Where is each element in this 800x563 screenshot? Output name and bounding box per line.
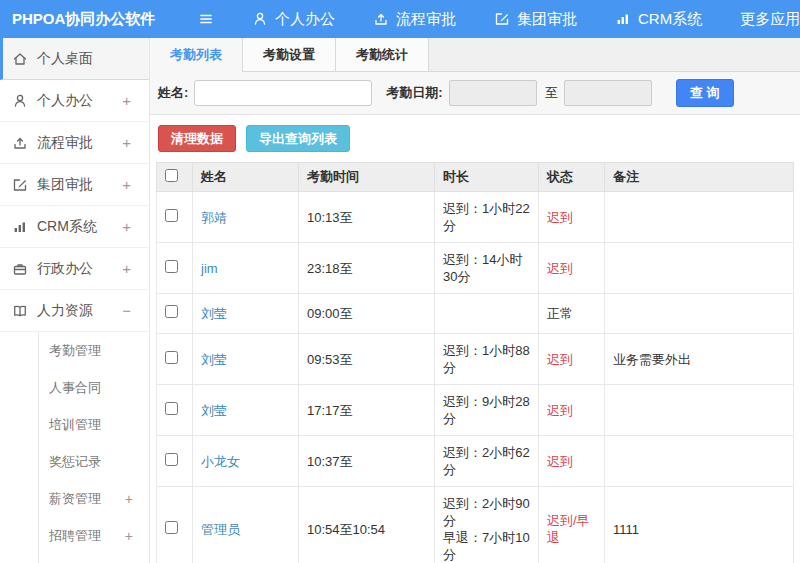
home-icon — [12, 51, 28, 67]
expand-plus-icon[interactable]: + — [122, 92, 131, 109]
chart-icon — [12, 219, 28, 235]
column-header-考勤时间: 考勤时间 — [299, 163, 435, 192]
name-input[interactable] — [194, 80, 372, 106]
menu-toggle-button[interactable] — [198, 11, 214, 27]
sidebar-item-集团审批[interactable]: 集团审批+ — [0, 164, 149, 206]
column-header-姓名: 姓名 — [193, 163, 299, 192]
nav-item-个人办公[interactable]: 个人办公 — [252, 10, 335, 29]
sidebar-item-行政办公[interactable]: 行政办公+ — [0, 248, 149, 290]
select-all-checkbox[interactable] — [165, 169, 178, 182]
employee-name-link[interactable]: 管理员 — [201, 522, 240, 537]
duration: 迟到：14小时30分 — [435, 243, 539, 294]
employee-name-link[interactable]: 刘莹 — [201, 306, 227, 321]
sidebar-subitem-培训管理[interactable]: 培训管理 — [39, 406, 149, 443]
top-nav: 个人办公流程审批集团审批CRM系统更多应用 — [214, 10, 800, 29]
note — [605, 385, 794, 436]
attendance-time: 09:53至 — [299, 334, 435, 385]
row-checkbox[interactable] — [165, 305, 178, 318]
row-checkbox[interactable] — [165, 209, 178, 222]
workflow-icon — [12, 135, 28, 151]
note — [605, 436, 794, 487]
sidebar-item-个人桌面[interactable]: 个人桌面 — [0, 38, 149, 80]
status-label: 正常 — [539, 294, 605, 334]
expand-plus-icon[interactable]: + — [125, 528, 133, 544]
sidebar-item-CRM系统[interactable]: CRM系统+ — [0, 206, 149, 248]
status-label: 迟到 — [539, 192, 605, 243]
tab-考勤列表[interactable]: 考勤列表 — [150, 38, 243, 72]
clean-data-button[interactable]: 清理数据 — [158, 125, 236, 152]
name-label: 姓名: — [158, 84, 188, 102]
sidebar-item-label: 个人桌面 — [37, 50, 93, 68]
book-icon — [12, 303, 28, 319]
date-label: 考勤日期: — [386, 84, 442, 102]
row-checkbox[interactable] — [165, 453, 178, 466]
date-start-input[interactable] — [449, 80, 537, 106]
column-header-备注: 备注 — [605, 163, 794, 192]
to-label: 至 — [545, 84, 558, 102]
sidebar-subitem-label: 招聘管理 — [49, 527, 101, 545]
attendance-time: 10:13至 — [299, 192, 435, 243]
nav-item-label: CRM系统 — [638, 10, 702, 29]
briefcase-icon — [12, 261, 28, 277]
tab-考勤设置[interactable]: 考勤设置 — [243, 38, 336, 71]
expand-plus-icon[interactable]: + — [125, 491, 133, 507]
sidebar-subitem-奖惩记录[interactable]: 奖惩记录 — [39, 443, 149, 480]
employee-name-link[interactable]: 刘莹 — [201, 352, 227, 367]
export-list-button[interactable]: 导出查询列表 — [246, 125, 350, 152]
top-bar: PHPOA协同办公软件 个人办公流程审批集团审批CRM系统更多应用 — [0, 0, 800, 38]
duration — [435, 294, 539, 334]
sidebar-item-个人办公[interactable]: 个人办公+ — [0, 80, 149, 122]
sidebar-item-label: 行政办公 — [37, 260, 93, 278]
employee-name-link[interactable]: jim — [201, 261, 218, 276]
nav-item-流程审批[interactable]: 流程审批 — [373, 10, 456, 29]
attendance-time: 10:37至 — [299, 436, 435, 487]
row-checkbox[interactable] — [165, 402, 178, 415]
workflow-icon — [373, 11, 389, 27]
expand-plus-icon[interactable]: + — [122, 218, 131, 235]
sidebar-subitem-薪资管理[interactable]: 薪资管理+ — [39, 480, 149, 517]
column-header-状态: 状态 — [539, 163, 605, 192]
expand-plus-icon[interactable]: + — [122, 260, 131, 277]
sidebar-subitem-考勤管理[interactable]: 考勤管理 — [39, 332, 149, 369]
date-end-input[interactable] — [564, 80, 652, 106]
note — [605, 192, 794, 243]
sidebar-item-label: 集团审批 — [37, 176, 93, 194]
nav-item-更多应用[interactable]: 更多应用 — [740, 10, 800, 29]
table-row: 刘莹09:53至迟到：1小时88分迟到业务需要外出 — [157, 334, 794, 385]
duration: 迟到：2小时62分 — [435, 436, 539, 487]
attendance-time: 23:18至 — [299, 243, 435, 294]
table-row: jim23:18至迟到：14小时30分迟到 — [157, 243, 794, 294]
duration: 迟到：9小时28分 — [435, 385, 539, 436]
row-checkbox[interactable] — [165, 260, 178, 273]
duration: 迟到：2小时90分早退：7小时10分 — [435, 487, 539, 563]
employee-name-link[interactable]: 刘莹 — [201, 403, 227, 418]
expand-plus-icon[interactable]: + — [122, 176, 131, 193]
note: 1111 — [605, 487, 794, 563]
collapse-minus-icon[interactable]: − — [122, 302, 131, 319]
sidebar-subitem-招聘管理[interactable]: 招聘管理+ — [39, 517, 149, 554]
sidebar-subitem-人事管理[interactable]: 人事管理+ — [39, 554, 149, 563]
employee-name-link[interactable]: 郭靖 — [201, 210, 227, 225]
employee-name-link[interactable]: 小龙女 — [201, 454, 240, 469]
expand-plus-icon[interactable]: + — [122, 134, 131, 151]
sidebar-subitem-label: 奖惩记录 — [49, 453, 101, 471]
sidebar-item-流程审批[interactable]: 流程审批+ — [0, 122, 149, 164]
nav-item-CRM系统[interactable]: CRM系统 — [615, 10, 702, 29]
tab-考勤统计[interactable]: 考勤统计 — [336, 38, 429, 71]
person-icon — [12, 93, 28, 109]
row-checkbox[interactable] — [165, 521, 178, 534]
nav-item-集团审批[interactable]: 集团审批 — [494, 10, 577, 29]
status-label: 迟到 — [539, 243, 605, 294]
nav-item-label: 流程审批 — [396, 10, 456, 29]
search-bar: 姓名: 考勤日期: 至 查 询 — [150, 72, 800, 115]
sidebar-subitem-人事合同[interactable]: 人事合同 — [39, 369, 149, 406]
sidebar-subitem-label: 培训管理 — [49, 416, 101, 434]
attendance-time: 09:00至 — [299, 294, 435, 334]
nav-item-label: 个人办公 — [275, 10, 335, 29]
tab-bar: 考勤列表考勤设置考勤统计 — [150, 38, 800, 72]
table-row: 刘莹17:17至迟到：9小时28分迟到 — [157, 385, 794, 436]
query-button[interactable]: 查 询 — [676, 79, 734, 107]
row-checkbox[interactable] — [165, 351, 178, 364]
edit-icon — [494, 11, 510, 27]
sidebar-item-人力资源[interactable]: 人力资源− — [0, 290, 149, 332]
